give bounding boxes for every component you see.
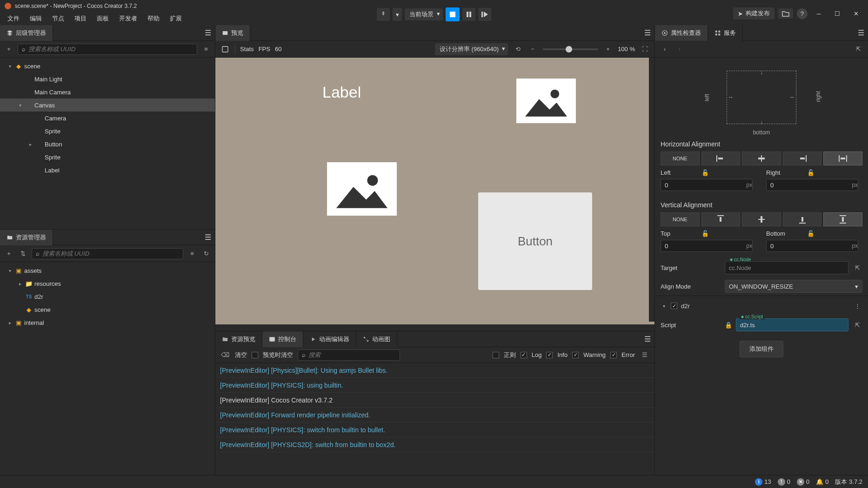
refresh-button[interactable]: ↻	[201, 249, 211, 259]
menu-extension[interactable]: 扩展	[165, 13, 187, 25]
zoom-slider[interactable]	[542, 48, 598, 50]
component-menu-button[interactable]: ⋮	[852, 301, 862, 311]
tree-row[interactable]: ▸📁resources	[0, 277, 215, 290]
hierarchy-search-input[interactable]	[28, 46, 193, 53]
status-notification[interactable]: 🔔0	[816, 478, 828, 485]
hierarchy-tree[interactable]: ▾◆sceneMain LightMain Camera▾CanvasCamer…	[0, 58, 215, 229]
component-header[interactable]: ▾ d2r ⋮	[655, 296, 868, 316]
tab-console[interactable]: 控制台	[262, 331, 303, 347]
tree-row[interactable]: ▸▣internal	[0, 316, 215, 329]
target-reference[interactable]: cc.Node cc.Node	[725, 261, 848, 274]
top-input[interactable]	[661, 240, 753, 252]
canvas-sprite-1[interactable]	[516, 79, 576, 123]
status-warning[interactable]: !0	[778, 478, 790, 486]
minimize-button[interactable]: ─	[811, 8, 826, 19]
rotate-button[interactable]: ⟲	[513, 44, 523, 54]
clear-console-button[interactable]: ⌫	[220, 350, 230, 360]
error-filter-checkbox[interactable]	[610, 352, 617, 358]
v-align-bottom[interactable]	[783, 212, 822, 226]
sort-button[interactable]: ⇅	[18, 249, 28, 259]
target-picker-button[interactable]: ⇱	[852, 263, 862, 273]
stop-button[interactable]	[446, 7, 460, 21]
zoom-out-button[interactable]: −	[527, 44, 538, 54]
console-search-input[interactable]	[308, 351, 396, 358]
tree-row[interactable]: ▾Canvas	[0, 99, 215, 112]
open-project-button[interactable]	[778, 8, 793, 19]
resolution-dropdown[interactable]: 设计分辨率 (960x640)	[435, 43, 508, 55]
tab-animation-editor[interactable]: 动画编辑器	[303, 331, 356, 347]
scene-menu-button[interactable]: ☰	[644, 28, 651, 37]
h-align-none[interactable]: NONE	[661, 152, 700, 165]
fullscreen-button[interactable]: ⛶	[640, 44, 650, 54]
canvas-sprite-2[interactable]	[327, 162, 397, 216]
close-button[interactable]: ✕	[848, 8, 863, 19]
menu-edit[interactable]: 编辑	[25, 13, 47, 25]
h-align-center[interactable]	[742, 152, 781, 165]
nav-back-button[interactable]: ‹	[660, 44, 670, 54]
step-button[interactable]	[478, 8, 491, 21]
menu-developer[interactable]: 开发者	[114, 13, 142, 25]
tree-row[interactable]: Camera	[0, 112, 215, 125]
pause-button[interactable]	[462, 8, 475, 21]
hierarchy-filter-button[interactable]: ≡	[201, 44, 211, 54]
right-input[interactable]	[766, 179, 858, 191]
tab-assets[interactable]: 资源管理器	[0, 230, 53, 245]
lock-icon[interactable]: 🔓	[807, 169, 815, 176]
regex-checkbox[interactable]	[493, 352, 499, 358]
component-enabled-checkbox[interactable]	[671, 303, 677, 309]
log-row[interactable]: [PreviewInEditor] [Physics][Bullet]: Usi…	[215, 363, 654, 378]
assets-filter-button[interactable]: ≡	[187, 249, 197, 259]
v-align-none[interactable]: NONE	[661, 212, 700, 226]
scene-settings-button[interactable]	[220, 44, 230, 54]
console-search[interactable]: ⌕	[298, 350, 400, 361]
menu-project[interactable]: 项目	[70, 13, 91, 25]
lock-icon[interactable]: 🔓	[701, 169, 709, 176]
menu-help[interactable]: 帮助	[143, 13, 164, 25]
log-row[interactable]: [PreviewInEditor] [PHYSICS]: switch from…	[215, 422, 654, 437]
build-publish-button[interactable]: ➤构建发布	[733, 7, 775, 20]
menu-file[interactable]: 文件	[3, 13, 24, 25]
log-row[interactable]: [PreviewInEditor] Forward render pipelin…	[215, 408, 654, 422]
log-filter-checkbox[interactable]	[521, 352, 527, 358]
assets-search[interactable]: ⌕	[32, 248, 183, 259]
v-align-top[interactable]	[701, 212, 741, 226]
viewport-hscroll[interactable]	[215, 324, 654, 331]
h-align-left[interactable]	[701, 152, 741, 165]
menu-panel[interactable]: 面板	[92, 13, 114, 25]
hierarchy-search[interactable]: ⌕	[18, 44, 197, 55]
tab-preview[interactable]: 预览	[215, 25, 250, 41]
status-info[interactable]: i13	[755, 478, 771, 486]
stats-label[interactable]: Stats	[240, 46, 254, 53]
lock-icon[interactable]: 🔓	[701, 230, 709, 237]
inspector-body[interactable]: ↓ ↓ ↔ ↔ left right bottom Horizontal Ali…	[655, 58, 868, 475]
console-expand-button[interactable]: ☰	[640, 350, 650, 360]
add-component-button[interactable]: 添加组件	[740, 341, 783, 357]
scene-mode-dropdown[interactable]: 当前场景	[405, 8, 443, 20]
script-picker-button[interactable]: ⇱	[852, 320, 862, 330]
tree-row[interactable]: ▾▣assets	[0, 264, 215, 277]
viewport-vscroll[interactable]	[649, 58, 654, 322]
lock-icon[interactable]: 🔒	[725, 322, 732, 329]
h-align-right[interactable]	[783, 152, 822, 165]
tab-animation-graph[interactable]: 动画图	[356, 331, 397, 347]
script-reference[interactable]: cc.Script d2r.ts	[736, 318, 848, 331]
h-align-stretch[interactable]	[823, 152, 862, 165]
maximize-button[interactable]: ☐	[830, 8, 845, 19]
log-row[interactable]: [PreviewInEditor] Cocos Creator v3.7.2	[215, 393, 654, 408]
zoom-in-button[interactable]: +	[603, 44, 613, 54]
tree-row[interactable]: ▸Button	[0, 138, 215, 151]
gizmo-mode-button[interactable]	[377, 8, 390, 21]
log-row[interactable]: [PreviewInEditor] [PHYSICS2D]: switch fr…	[215, 437, 654, 452]
assets-tree[interactable]: ▾▣assets▸📁resourcesTSd2r◆scene▸▣internal	[0, 262, 215, 475]
tree-row[interactable]: TSd2r	[0, 290, 215, 303]
warning-filter-checkbox[interactable]	[572, 352, 579, 358]
anchor-diagram[interactable]: ↓ ↓ ↔ ↔ left right bottom	[655, 58, 868, 137]
tree-row[interactable]: Label	[0, 164, 215, 177]
add-asset-button[interactable]: +	[4, 249, 14, 259]
v-align-stretch[interactable]	[823, 212, 862, 226]
inspector-menu-button[interactable]: ☰	[858, 28, 864, 37]
scene-viewport[interactable]: Label Button	[215, 58, 654, 331]
bottom-input[interactable]	[766, 240, 858, 252]
tab-hierarchy[interactable]: 层级管理器	[0, 25, 53, 41]
bottom-menu-button[interactable]: ☰	[644, 335, 651, 343]
